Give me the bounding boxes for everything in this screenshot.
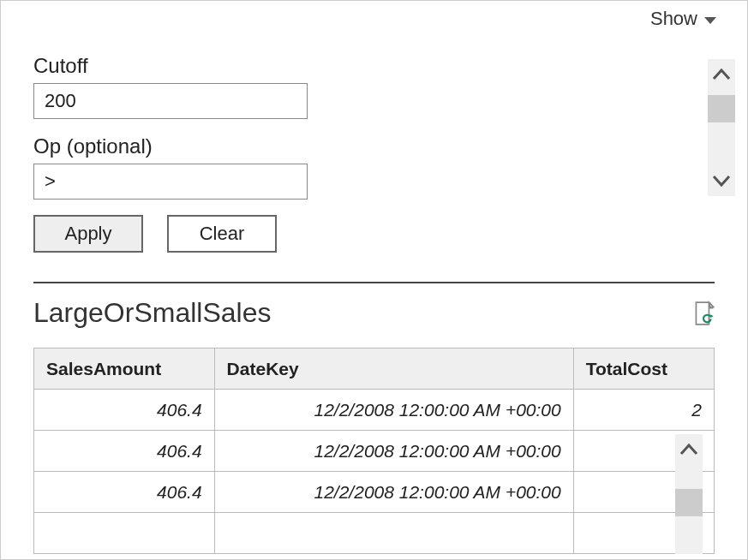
cutoff-label: Cutoff: [33, 54, 715, 78]
chevron-down-icon: [704, 8, 716, 30]
table-row[interactable]: 406.4 12/2/2008 12:00:00 AM +00:00 2: [34, 472, 715, 513]
results-table: SalesAmount DateKey TotalCost 406.4 12/2…: [33, 348, 715, 554]
op-label: Op (optional): [33, 134, 715, 158]
cell-date: [214, 513, 573, 554]
col-header-sales[interactable]: SalesAmount: [34, 349, 215, 390]
cell-sales: 406.4: [34, 390, 215, 431]
chevron-up-icon[interactable]: [679, 439, 698, 460]
svg-marker-0: [704, 17, 716, 24]
chevron-down-icon[interactable]: [712, 170, 731, 191]
cell-date: 12/2/2008 12:00:00 AM +00:00: [214, 431, 573, 472]
refresh-icon[interactable]: [692, 301, 715, 326]
filter-scrollbar[interactable]: [708, 59, 735, 196]
table-scrollbar[interactable]: [675, 434, 703, 554]
query-title: LargeOrSmallSales: [33, 297, 271, 329]
cell-sales: 406.4: [34, 431, 215, 472]
op-input[interactable]: [33, 164, 308, 200]
cell-sales: [34, 513, 215, 554]
cell-date: 12/2/2008 12:00:00 AM +00:00: [214, 472, 573, 513]
table-row[interactable]: 406.4 12/2/2008 12:00:00 AM +00:00 2: [34, 390, 715, 431]
table-header-row: SalesAmount DateKey TotalCost: [34, 349, 715, 390]
apply-button[interactable]: Apply: [33, 215, 143, 253]
table-row[interactable]: 406.4 12/2/2008 12:00:00 AM +00:00 2: [34, 431, 715, 472]
scrollbar-thumb[interactable]: [708, 95, 735, 122]
cell-cost: 2: [573, 390, 714, 431]
cutoff-input[interactable]: [33, 83, 308, 119]
filter-panel: Cutoff Op (optional) Apply Clear: [1, 30, 747, 253]
chevron-up-icon[interactable]: [712, 64, 731, 85]
col-header-date[interactable]: DateKey: [214, 349, 573, 390]
show-dropdown[interactable]: Show: [650, 8, 716, 30]
table-row[interactable]: [34, 513, 715, 554]
show-label: Show: [650, 8, 697, 30]
svg-marker-1: [710, 314, 714, 318]
col-header-cost[interactable]: TotalCost: [573, 349, 714, 390]
scrollbar-thumb[interactable]: [675, 489, 703, 516]
clear-button[interactable]: Clear: [167, 215, 277, 253]
cell-date: 12/2/2008 12:00:00 AM +00:00: [214, 390, 573, 431]
cell-sales: 406.4: [34, 472, 215, 513]
